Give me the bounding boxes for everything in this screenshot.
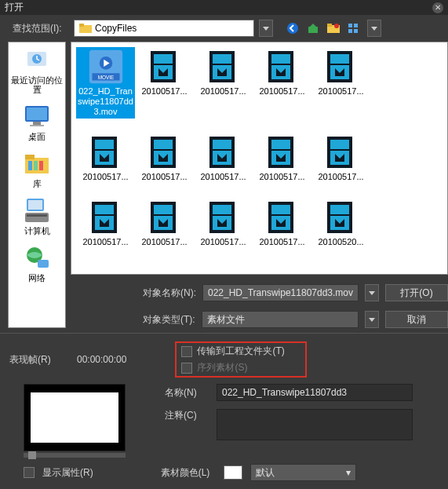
chevron-down-icon bbox=[263, 27, 269, 31]
place-desktop[interactable]: 桌面 bbox=[9, 102, 65, 141]
file-item[interactable]: 20100517... bbox=[135, 47, 194, 119]
show-attr-label: 显示属性(R) bbox=[42, 466, 93, 480]
cancel-button[interactable]: 取消 bbox=[385, 311, 448, 328]
file-item[interactable]: 20100517... bbox=[311, 47, 370, 119]
file-label: 20100517... bbox=[82, 172, 128, 182]
file-item[interactable]: 20100517... bbox=[135, 198, 194, 249]
checkbox-icon[interactable] bbox=[24, 467, 35, 478]
view-icon[interactable] bbox=[347, 21, 361, 35]
sequence-option[interactable]: 序列素材(S) bbox=[181, 361, 300, 374]
place-computer[interactable]: 计算机 bbox=[9, 196, 65, 235]
lookin-dropdown-button[interactable] bbox=[259, 20, 273, 37]
svg-rect-24 bbox=[25, 213, 49, 222]
file-item[interactable]: 20100517... bbox=[194, 198, 253, 249]
place-library[interactable]: 库 bbox=[9, 149, 65, 188]
file-label: 20100517... bbox=[318, 172, 363, 182]
close-icon[interactable]: ✕ bbox=[432, 2, 443, 13]
clip-file-icon bbox=[147, 199, 183, 235]
checkbox-icon[interactable] bbox=[181, 363, 192, 374]
svg-rect-65 bbox=[330, 140, 349, 149]
svg-rect-3 bbox=[308, 27, 318, 33]
file-label: 20100517... bbox=[200, 237, 246, 247]
lookin-select[interactable]: CopyFiles bbox=[74, 20, 254, 37]
checkbox-icon[interactable] bbox=[181, 346, 192, 357]
clip-color-select[interactable]: 默认 ▾ bbox=[250, 464, 356, 481]
svg-rect-77 bbox=[213, 205, 231, 214]
file-label: 20100517... bbox=[259, 172, 304, 182]
svg-rect-49 bbox=[95, 140, 114, 149]
preview-frame-label: 表现帧(R) bbox=[9, 353, 53, 367]
object-type-select[interactable]: 素材文件 bbox=[202, 311, 359, 328]
file-item[interactable]: 20100517... bbox=[76, 198, 135, 249]
view-dropdown-button[interactable] bbox=[367, 20, 381, 37]
svg-rect-19 bbox=[28, 161, 32, 170]
clip-file-icon bbox=[323, 134, 359, 170]
chevron-down-icon bbox=[369, 318, 375, 322]
svg-rect-25 bbox=[27, 214, 47, 217]
svg-rect-69 bbox=[95, 205, 114, 214]
up-icon[interactable] bbox=[306, 21, 320, 35]
lookin-label: 查找范围(I): bbox=[13, 22, 69, 35]
svg-rect-15 bbox=[33, 122, 41, 125]
color-swatch[interactable] bbox=[224, 465, 242, 480]
file-item[interactable]: 20100517... bbox=[194, 133, 253, 184]
titlebar: 打开 ✕ bbox=[0, 0, 448, 15]
scrub-slider[interactable] bbox=[24, 453, 126, 458]
svg-rect-73 bbox=[154, 205, 173, 214]
svg-rect-53 bbox=[154, 140, 173, 149]
new-folder-icon[interactable] bbox=[326, 21, 341, 35]
svg-rect-20 bbox=[34, 161, 38, 170]
clip-color-label: 素材颜色(L) bbox=[161, 466, 216, 480]
svg-rect-81 bbox=[271, 205, 290, 214]
lookin-value: CopyFiles bbox=[95, 23, 249, 34]
clip-file-icon bbox=[264, 199, 300, 235]
clip-file-icon bbox=[323, 49, 359, 85]
svg-rect-16 bbox=[30, 125, 44, 126]
file-item[interactable]: 20100520... bbox=[311, 198, 370, 249]
open-button[interactable]: 打开(O) bbox=[385, 284, 448, 301]
transfer-option[interactable]: 传输到工程文件夹(T) bbox=[181, 345, 300, 358]
file-item[interactable]: 20100517... bbox=[311, 133, 370, 184]
file-item[interactable]: 20100517... bbox=[194, 47, 253, 119]
back-icon[interactable] bbox=[286, 21, 300, 35]
file-label: 20100520... bbox=[318, 237, 363, 247]
place-recent[interactable]: 最近访问的位置 bbox=[9, 46, 65, 94]
object-type-dropdown[interactable] bbox=[365, 311, 379, 328]
chevron-down-icon: ▾ bbox=[346, 467, 351, 478]
object-name-field[interactable]: 022_HD_Transwipe11807dd3.mov bbox=[202, 284, 359, 301]
file-label: 20100517... bbox=[200, 86, 246, 97]
file-label: 20100517... bbox=[259, 86, 304, 97]
svg-point-2 bbox=[287, 23, 298, 34]
object-name-dropdown[interactable] bbox=[365, 284, 379, 301]
file-item[interactable]: 20100517... bbox=[253, 198, 311, 249]
chevron-down-icon bbox=[371, 27, 377, 31]
name-input[interactable]: 022_HD_Transwipe11807dd3 bbox=[217, 384, 413, 401]
clip-file-icon bbox=[88, 199, 124, 235]
place-network[interactable]: 网络 bbox=[9, 243, 65, 283]
file-item[interactable]: 20100517... bbox=[253, 133, 311, 184]
comment-label: 注释(C) bbox=[165, 409, 209, 422]
object-type-label: 对象类型(T): bbox=[143, 313, 195, 327]
clip-file-icon bbox=[264, 134, 300, 170]
movie-file-icon: MOVIE bbox=[88, 49, 124, 85]
file-item[interactable]: 20100517... bbox=[76, 133, 135, 184]
comment-input[interactable] bbox=[217, 409, 413, 440]
file-item[interactable]: 20100517... bbox=[135, 133, 194, 184]
file-label: 20100517... bbox=[82, 237, 128, 247]
timecode: 00:00:00:00 bbox=[77, 354, 126, 365]
svg-rect-21 bbox=[39, 161, 43, 170]
file-list[interactable]: MOVIE022_HD_Transwipe11807dd3.mov2010051… bbox=[71, 42, 448, 275]
clip-file-icon bbox=[323, 199, 359, 235]
file-label: 20100517... bbox=[318, 86, 363, 97]
svg-rect-14 bbox=[27, 108, 47, 120]
clip-file-icon bbox=[147, 49, 183, 85]
svg-rect-7 bbox=[348, 24, 352, 27]
file-label: 20100517... bbox=[259, 237, 304, 247]
file-label: 022_HD_Transwipe11807dd3.mov bbox=[78, 86, 133, 117]
clip-file-icon bbox=[147, 134, 183, 170]
file-item[interactable]: MOVIE022_HD_Transwipe11807dd3.mov bbox=[76, 47, 135, 119]
folder-icon bbox=[79, 23, 92, 34]
file-item[interactable]: 20100517... bbox=[253, 47, 311, 119]
svg-rect-18 bbox=[25, 155, 35, 159]
svg-rect-61 bbox=[271, 140, 290, 149]
